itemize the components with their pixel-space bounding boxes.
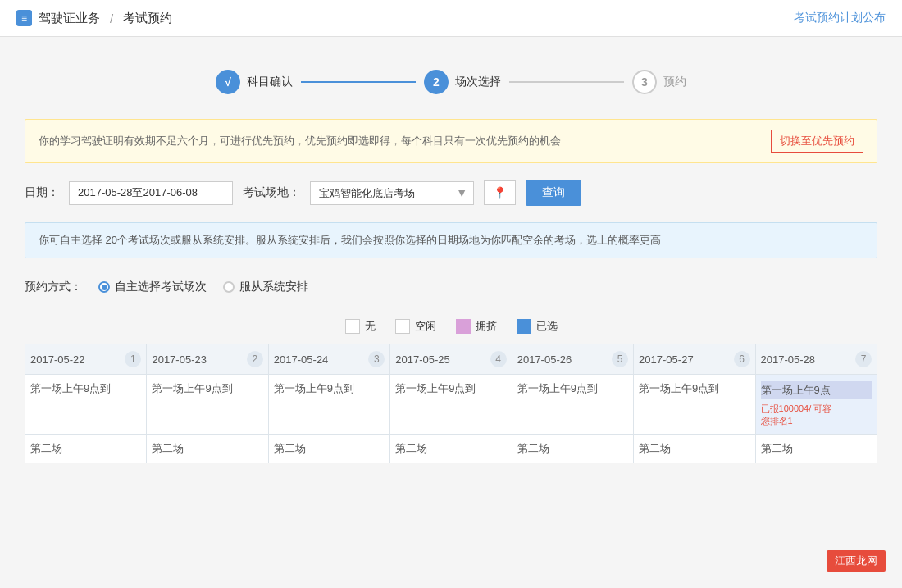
legend-crowded: 拥挤 xyxy=(456,319,497,334)
cell-0-5[interactable]: 第一场上午9点到 xyxy=(634,375,755,435)
cell-1-1[interactable]: 第二场 xyxy=(147,435,268,463)
cell-1-6[interactable]: 第二场 xyxy=(755,435,877,463)
legend-empty-box xyxy=(345,319,360,334)
calendar-table: 2017-05-22 1 2017-05-23 2 2017-05-24 3 xyxy=(25,344,877,463)
step-1: √ 科目确认 xyxy=(216,70,293,94)
cell-1-5[interactable]: 第二场 xyxy=(634,435,755,463)
notice-bar: 你的学习驾驶证明有效期不足六个月，可进行优先预约，优先预约即选即得，每个科目只有… xyxy=(25,119,877,163)
cell-0-1[interactable]: 第一场上午9点到 xyxy=(147,375,268,435)
step-2-circle: 2 xyxy=(424,70,449,94)
col-header-5: 2017-05-27 6 xyxy=(634,344,755,375)
cell-0-0[interactable]: 第一场上午9点到 xyxy=(25,375,147,435)
date-input[interactable] xyxy=(69,181,233,205)
date-label: 日期： xyxy=(25,185,59,200)
cell-1-3[interactable]: 第二场 xyxy=(390,435,512,463)
step-1-circle: √ xyxy=(216,70,240,94)
query-button[interactable]: 查询 xyxy=(526,180,581,206)
app-name: 驾驶证业务 xyxy=(39,11,100,26)
header: ≡ 驾驶证业务 / 考试预约 考试预约计划公布 xyxy=(0,0,902,37)
cell-1-2[interactable]: 第二场 xyxy=(268,435,390,463)
step-2: 2 场次选择 xyxy=(424,70,501,94)
booking-method: 预约方式： 自主选择考试场次 服从系统安排 xyxy=(25,271,877,303)
selected-session: 第一场上午9点 xyxy=(761,381,872,399)
legend-free: 空闲 xyxy=(395,319,436,334)
exam-plan-link[interactable]: 考试预约计划公布 xyxy=(794,11,886,24)
legend-selected-box xyxy=(517,319,531,334)
legend-free-label: 空闲 xyxy=(415,319,436,334)
calendar-row-1: 第二场 第二场 第二场 第二场 第二场 第二场 第二场 xyxy=(25,435,877,463)
cell-0-3[interactable]: 第一场上午9点到 xyxy=(390,375,512,435)
cell-1-0[interactable]: 第二场 xyxy=(25,435,147,463)
col-header-3: 2017-05-25 4 xyxy=(390,344,512,375)
step-3-label: 预约 xyxy=(663,75,686,89)
step-line-1 xyxy=(301,81,416,83)
breadcrumb-separator: / xyxy=(110,11,113,25)
col-header-1: 2017-05-23 2 xyxy=(147,344,268,375)
radio-group: 自主选择考试场次 服从系统安排 xyxy=(98,280,308,294)
radio-self[interactable]: 自主选择考试场次 xyxy=(98,280,207,294)
step-1-label: 科目确认 xyxy=(247,75,293,89)
booking-method-label: 预约方式： xyxy=(25,280,82,294)
steps-indicator: √ 科目确认 2 场次选择 3 预约 xyxy=(25,70,877,94)
legend: 无 空闲 拥挤 已选 xyxy=(25,319,877,334)
legend-selected: 已选 xyxy=(517,319,558,334)
radio-system-dot xyxy=(223,281,235,293)
calendar-row-0: 第一场上午9点到 第一场上午9点到 第一场上午9点到 第一场上午9点到 第一场上… xyxy=(25,375,877,435)
session-rank-text: 您排名1 xyxy=(761,415,872,427)
step-3-circle: 3 xyxy=(632,70,657,94)
legend-free-box xyxy=(395,319,410,334)
cell-1-4[interactable]: 第二场 xyxy=(512,435,633,463)
app-icon: ≡ xyxy=(16,10,32,26)
notice-text: 你的学习驾驶证明有效期不足六个月，可进行优先预约，优先预约即选即得，每个科目只有… xyxy=(39,134,758,148)
location-select[interactable]: 宝鸡智能化底店考场 xyxy=(310,181,474,205)
top-link-area: 考试预约计划公布 xyxy=(794,11,886,25)
col-header-2: 2017-05-24 3 xyxy=(268,344,390,375)
legend-empty: 无 xyxy=(345,319,376,334)
step-3: 3 预约 xyxy=(632,70,686,94)
filter-row: 日期： 考试场地： 宝鸡智能化底店考场 ▼ 📍 查询 xyxy=(25,180,877,206)
location-select-wrapper: 宝鸡智能化底店考场 ▼ xyxy=(310,181,474,205)
col-header-4: 2017-05-26 5 xyxy=(512,344,633,375)
calendar-header-row: 2017-05-22 1 2017-05-23 2 2017-05-24 3 xyxy=(25,344,877,375)
watermark: 江西龙网 xyxy=(827,550,886,572)
cell-0-6[interactable]: 第一场上午9点 已报100004/ 可容 您排名1 xyxy=(755,375,877,435)
radio-system[interactable]: 服从系统安排 xyxy=(223,280,308,294)
col-header-0: 2017-05-22 1 xyxy=(25,344,147,375)
page-title: 考试预约 xyxy=(123,11,172,26)
legend-crowded-box xyxy=(456,319,471,334)
legend-selected-label: 已选 xyxy=(536,319,558,334)
main-content: √ 科目确认 2 场次选择 3 预约 你的学习驾驶证明有效期不足六个月，可进行优… xyxy=(0,37,902,480)
legend-empty-label: 无 xyxy=(365,319,376,334)
location-label: 考试场地： xyxy=(243,185,300,200)
breadcrumb: ≡ 驾驶证业务 / 考试预约 xyxy=(16,10,172,26)
location-pin-button[interactable]: 📍 xyxy=(484,180,516,205)
cell-0-4[interactable]: 第一场上午9点到 xyxy=(512,375,633,435)
col-header-6: 2017-05-28 7 xyxy=(755,344,877,375)
info-text: 你可自主选择 20个考试场次或服从系统安排。服从系统安排后，我们会按照你选择的日… xyxy=(39,234,661,246)
priority-booking-button[interactable]: 切换至优先预约 xyxy=(771,130,863,153)
session-info-text: 已报100004/ 可容 xyxy=(761,403,872,415)
info-box: 你可自主选择 20个考试场次或服从系统安排。服从系统安排后，我们会按照你选择的日… xyxy=(25,222,877,258)
legend-crowded-label: 拥挤 xyxy=(476,319,497,334)
step-line-2 xyxy=(509,81,624,83)
cell-0-2[interactable]: 第一场上午9点到 xyxy=(268,375,390,435)
radio-self-dot xyxy=(98,281,110,293)
radio-self-label: 自主选择考试场次 xyxy=(115,280,207,294)
step-2-label: 场次选择 xyxy=(455,75,501,89)
radio-system-label: 服从系统安排 xyxy=(239,280,308,294)
